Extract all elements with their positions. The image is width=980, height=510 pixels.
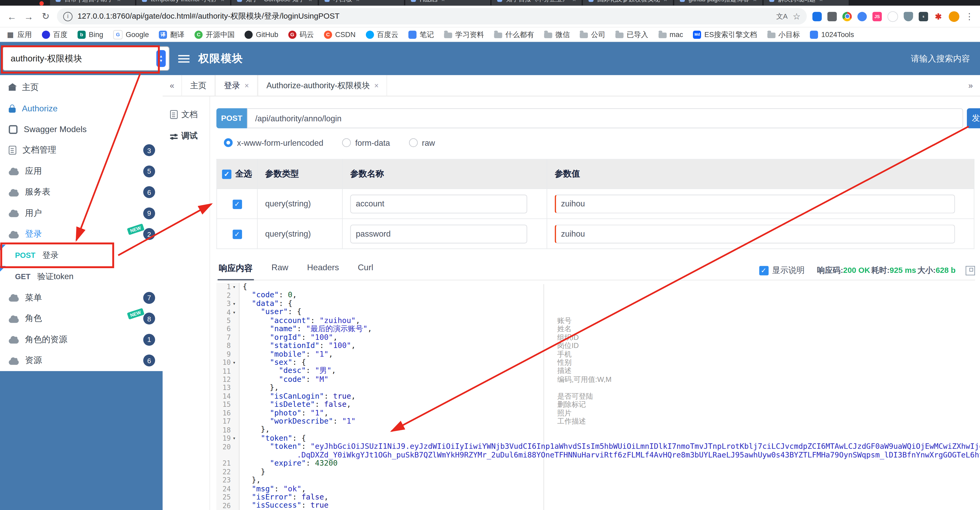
url-field[interactable]: i 127.0.0.1:8760/api/gate/doc.html#/auth… xyxy=(57,8,807,24)
sidebar-item[interactable]: 角色NEW8 xyxy=(0,308,163,329)
response-tab[interactable]: Raw xyxy=(270,263,290,280)
sidebar-item[interactable]: 角色的资源1 xyxy=(0,329,163,350)
fold-icon[interactable]: ▾ xyxy=(232,284,239,290)
header-search-input[interactable]: 请输入搜索内容 xyxy=(911,53,970,64)
response-tab[interactable]: Headers xyxy=(306,263,340,280)
tab-close-icon[interactable]: × xyxy=(753,0,757,3)
sidebar-item[interactable]: 文档管理3 xyxy=(0,140,163,161)
browser-tab[interactable]: 知乎日报《不务正业》× xyxy=(492,0,582,5)
bookmark-item[interactable]: 小目标 xyxy=(767,30,800,39)
sidebar-item[interactable]: 登录NEW2 xyxy=(0,224,163,245)
bookmark-item[interactable]: CSDN xyxy=(324,30,356,38)
bookmark-item[interactable]: 码云 xyxy=(288,30,314,39)
response-tab[interactable]: Curl xyxy=(356,263,374,280)
request-url[interactable]: /api/authority/anno/login xyxy=(247,108,963,128)
profile-avatar[interactable] xyxy=(949,11,959,22)
bookmark-item[interactable]: 百度 xyxy=(42,30,68,39)
docnav-item[interactable]: 文档 xyxy=(163,104,210,125)
sidebar-item[interactable]: 资源6 xyxy=(0,350,163,371)
param-value-input[interactable] xyxy=(555,194,955,213)
back-icon[interactable]: ← xyxy=(6,11,18,22)
fold-icon[interactable]: ▾ xyxy=(232,436,239,441)
menu-toggle-icon[interactable] xyxy=(178,55,189,62)
white-circle-icon[interactable] xyxy=(887,11,898,22)
blue-circle-icon[interactable] xyxy=(858,11,867,21)
chrome-colorful-icon[interactable] xyxy=(843,11,852,21)
body-type-radio[interactable]: raw xyxy=(409,138,435,147)
bookmark-star-icon[interactable]: ☆ xyxy=(792,11,800,21)
doc-tab[interactable]: 登录× xyxy=(215,75,258,96)
fold-icon[interactable]: ▾ xyxy=(232,301,239,306)
bookmark-item[interactable]: 公司 xyxy=(580,30,606,39)
bookmark-item[interactable]: 应用 xyxy=(6,30,32,39)
bookmark-item[interactable]: 翻译 xyxy=(159,30,185,39)
code-pane[interactable]: { "code": 0, "data": { "user": { "accoun… xyxy=(240,283,980,510)
browser-tab[interactable]: temporary-interior 小程序× xyxy=(136,0,230,5)
bookmark-item[interactable]: mac xyxy=(658,31,683,38)
body-type-radio[interactable]: x-www-form-urlencoded xyxy=(224,138,323,147)
tab-close-icon[interactable]: × xyxy=(441,0,445,3)
param-name-input[interactable] xyxy=(350,194,527,213)
browser-menu-icon[interactable]: ⋮ xyxy=(965,11,974,21)
doc-tab[interactable]: 主页 xyxy=(181,75,215,96)
browser-tab[interactable]: Habits× xyxy=(405,0,490,5)
tab-close-icon[interactable]: × xyxy=(663,0,667,3)
bookmark-item[interactable]: 微信 xyxy=(544,30,570,39)
expand-icon[interactable] xyxy=(966,266,975,275)
tab-close-icon[interactable]: × xyxy=(245,81,249,90)
param-value-input[interactable] xyxy=(555,224,955,243)
browser-tab[interactable]: 小白板× xyxy=(319,0,404,5)
screenshot-icon[interactable] xyxy=(812,11,822,21)
browser-tab[interactable]: github pages搭建博客× xyxy=(674,0,762,5)
bookmark-item[interactable]: Google xyxy=(113,30,149,39)
sidebar-item[interactable]: 菜单7 xyxy=(0,287,163,308)
response-tab[interactable]: 响应内容 xyxy=(218,263,254,280)
select-all-checkbox[interactable]: ✓ xyxy=(222,170,231,179)
browser-tab[interactable]: 国际化及参数校验实现× xyxy=(583,0,673,5)
snip-icon[interactable]: s xyxy=(919,11,928,21)
tab-close-icon[interactable]: × xyxy=(573,0,576,3)
send-button[interactable]: 发送 xyxy=(967,108,980,128)
row-checkbox[interactable]: ✓ xyxy=(232,199,242,209)
sidebar-item[interactable]: 服务表6 xyxy=(0,182,163,203)
tabs-collapse-icon[interactable]: « xyxy=(163,81,181,90)
show-desc-checkbox[interactable]: ✓ xyxy=(759,266,768,275)
bookmark-item[interactable]: 已导入 xyxy=(616,30,648,39)
sidebar-api-post[interactable]: POST登录 xyxy=(0,245,163,266)
bookmark-item[interactable]: 百度云 xyxy=(366,30,398,39)
url-text[interactable]: 127.0.0.1:8760/api/gate/doc.html#/author… xyxy=(78,11,771,22)
bookmark-item[interactable]: 笔记 xyxy=(408,30,434,39)
tab-close-icon[interactable]: × xyxy=(819,0,823,3)
tab-close-icon[interactable]: × xyxy=(356,0,360,3)
bookmark-item[interactable]: 学习资料 xyxy=(444,30,484,39)
js-icon[interactable]: JS xyxy=(872,11,882,21)
browser-tab[interactable]: 日常 | 运营小助手× xyxy=(50,0,135,5)
translate-icon[interactable]: 文A xyxy=(776,11,788,21)
bookmark-item[interactable]: 1024Tools xyxy=(810,30,854,38)
bookmark-item[interactable]: GitHub xyxy=(245,30,278,38)
sidebar-item[interactable]: 应用5 xyxy=(0,161,163,182)
fold-icon[interactable]: ▾ xyxy=(232,360,239,365)
module-select[interactable]: authority-权限模块 ▲▼ xyxy=(3,46,170,71)
fold-icon[interactable]: ▾ xyxy=(232,309,239,315)
browser-tab[interactable]: 解决跨域问题× xyxy=(764,0,848,5)
tab-close-icon[interactable]: × xyxy=(117,0,121,3)
bookmark-item[interactable]: ES搜索引擎文档 xyxy=(693,30,757,39)
browser-tab[interactable]: 知乎 - Compose 知乎× xyxy=(231,0,318,5)
tabs-forward-icon[interactable]: » xyxy=(961,81,980,90)
param-name-input[interactable] xyxy=(350,224,527,243)
sidebar-api-get[interactable]: GET验证token xyxy=(0,266,163,287)
colorful-star-icon[interactable]: ✱ xyxy=(934,11,943,21)
tab-close-icon[interactable]: × xyxy=(221,0,224,3)
bookmark-item[interactable]: 开源中国 xyxy=(194,30,235,39)
body-type-radio[interactable]: form-data xyxy=(342,138,390,147)
sidebar-item[interactable]: 用户9 xyxy=(0,203,163,224)
reload-icon[interactable]: ↻ xyxy=(40,11,51,22)
forward-icon[interactable]: → xyxy=(23,11,34,22)
sidebar-item[interactable]: Swagger Models xyxy=(0,119,163,140)
bookmark-item[interactable]: Bing xyxy=(78,30,103,38)
bookmark-item[interactable]: 什么都有 xyxy=(494,30,535,39)
docnav-item[interactable]: 调试 xyxy=(163,125,210,147)
puzzle-icon[interactable] xyxy=(827,11,837,21)
doc-tab[interactable]: Authorize-authority-权限模块× xyxy=(258,75,387,96)
